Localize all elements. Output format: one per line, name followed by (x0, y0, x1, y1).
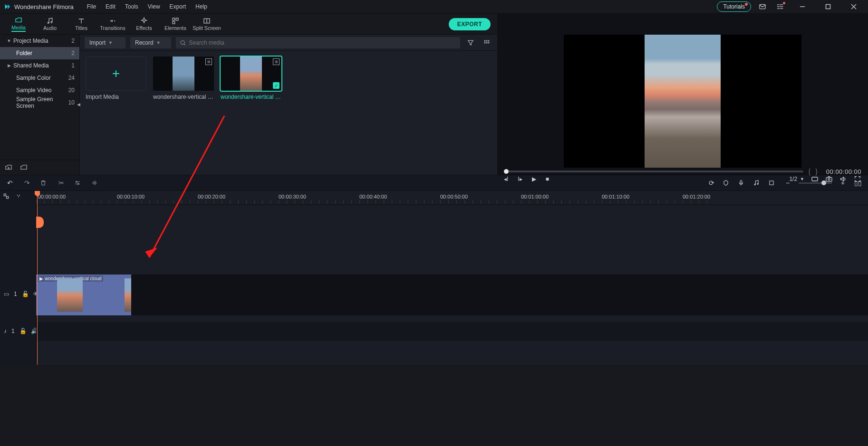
sidebar-item-folder[interactable]: Folder 2 (0, 47, 79, 59)
sidebar-item-project-media[interactable]: ▼ Project Media 2 (0, 35, 79, 47)
zoom-fit-button[interactable]: ▯▯ (854, 179, 862, 187)
stop-button[interactable]: ■ (546, 176, 549, 182)
play-button[interactable]: ▶ (532, 176, 536, 182)
tab-media[interactable]: Media (3, 14, 34, 35)
menu-edit[interactable]: Edit (101, 1, 120, 12)
adjust-button[interactable] (74, 180, 83, 186)
video-track[interactable]: ▶ wondershare-vertical cloud (36, 275, 868, 315)
voiceover-icon[interactable] (738, 180, 746, 186)
media-thumb-2[interactable]: ⊞ ✓ (221, 57, 281, 91)
tab-elements[interactable]: Elements (160, 14, 191, 35)
search-input[interactable] (189, 39, 456, 46)
zoom-out-button[interactable]: − (783, 179, 792, 187)
media-card-import[interactable]: + Import Media (86, 57, 146, 100)
tick: 00:00:20:00 (198, 194, 225, 199)
import-dropdown[interactable]: Import ▼ (85, 37, 125, 48)
timeline: ▭ 1 🔓 👁 ♪ 1 🔓 🔊 00:00:00:00 00:00:10:00 … (0, 191, 868, 365)
svg-rect-13 (173, 18, 175, 20)
undo-button[interactable]: ↶ (6, 179, 14, 187)
add-to-timeline-icon[interactable]: ⊞ (205, 58, 212, 65)
tab-titles[interactable]: Titles (66, 14, 97, 35)
tab-effects-label: Effects (136, 25, 152, 31)
tick: 00:01:00:00 (521, 194, 549, 199)
marker-icon[interactable] (723, 180, 731, 186)
split-button[interactable]: ✂ (57, 179, 66, 187)
sidebar-item-shared-media[interactable]: ▶ Shared Media 1 (0, 59, 79, 72)
preview-viewport[interactable] (564, 35, 801, 168)
search-input-wrap[interactable] (176, 37, 460, 48)
window-minimize-button[interactable] (792, 0, 813, 14)
play-pause-button[interactable]: I▸ (518, 176, 522, 182)
media-card-2[interactable]: ⊞ ✓ wondershare-vertical clo... (221, 57, 281, 100)
svg-rect-23 (486, 40, 488, 41)
audio-mixer-icon[interactable] (753, 180, 762, 186)
media-sidebar: ▼ Project Media 2 Folder 2 ▶ Shared Medi… (0, 35, 80, 175)
lock-icon[interactable]: 🔓 (22, 291, 29, 297)
record-dropdown[interactable]: Record ▼ (130, 37, 171, 48)
tab-audio[interactable]: Audio (34, 14, 66, 35)
add-to-timeline-icon[interactable]: ⊞ (273, 58, 280, 65)
media-card-1[interactable]: ⊞ wondershare-vertical pla... (153, 57, 214, 100)
preview-header-spacer (497, 14, 868, 35)
svg-rect-43 (4, 194, 6, 196)
svg-point-12 (51, 21, 52, 23)
preview-scrubber[interactable] (504, 171, 803, 172)
sidebar-item-sample-color[interactable]: Sample Color 24 (0, 72, 79, 84)
sidebar-item-sample-video[interactable]: Sample Video 20 (0, 84, 79, 96)
grid-view-icon[interactable] (481, 37, 492, 48)
filter-icon[interactable] (465, 37, 476, 48)
window-maximize-button[interactable] (818, 0, 839, 14)
export-button[interactable]: EXPORT (449, 18, 491, 30)
svg-point-4 (778, 4, 778, 5)
menu-file[interactable]: File (82, 1, 101, 12)
tasklist-icon[interactable] (774, 0, 787, 13)
app-logo-icon (4, 3, 11, 10)
delete-button[interactable] (40, 180, 48, 186)
menu-view[interactable]: View (143, 1, 165, 12)
zoom-handle[interactable] (821, 180, 826, 185)
crop-icon[interactable] (768, 180, 777, 186)
tab-effects[interactable]: Effects (128, 14, 160, 35)
audio-track-header[interactable]: ♪ 1 🔓 🔊 (0, 328, 36, 334)
timeline-ruler[interactable]: 00:00:00:00 00:00:10:00 00:00:20:00 00:0… (36, 191, 868, 205)
tick: 00:00:00:00 (38, 194, 66, 199)
lock-icon[interactable]: 🔓 (19, 328, 26, 334)
titlebar: Wondershare Filmora File Edit Tools View… (0, 0, 868, 14)
sidebar-count: 1 (71, 62, 75, 69)
media-thumb-1[interactable]: ⊞ (153, 57, 214, 91)
new-folder-icon[interactable] (5, 164, 12, 171)
timeline-clip[interactable]: ▶ wondershare-vertical cloud (36, 275, 131, 315)
message-icon[interactable] (756, 0, 769, 13)
redo-button[interactable]: ↷ (23, 179, 31, 187)
scrub-handle[interactable] (504, 169, 509, 174)
timeline-link-icon[interactable] (3, 193, 10, 199)
svg-point-20 (181, 40, 184, 44)
import-media-thumb[interactable]: + (86, 57, 146, 91)
tab-audio-label: Audio (43, 25, 57, 31)
playhead[interactable] (37, 191, 38, 365)
step-back-button[interactable]: ◂I (504, 176, 508, 182)
svg-rect-22 (484, 40, 486, 41)
window-close-button[interactable] (843, 0, 864, 14)
svg-rect-15 (173, 21, 175, 24)
tab-transitions[interactable]: Transitions (97, 14, 128, 35)
mark-in-icon[interactable]: { (808, 168, 810, 175)
audio-track[interactable] (36, 322, 868, 341)
zoom-slider[interactable] (799, 182, 832, 184)
render-icon[interactable]: ⟳ (707, 179, 716, 187)
tab-elements-label: Elements (164, 25, 186, 31)
audio-edit-button[interactable] (91, 180, 100, 186)
menu-help[interactable]: Help (191, 1, 212, 12)
menu-export[interactable]: Export (165, 1, 191, 12)
tutorials-button[interactable]: Tutorials (717, 1, 751, 12)
menu-tools[interactable]: Tools (120, 1, 143, 12)
sidebar-item-sample-green[interactable]: Sample Green Screen 10 (0, 96, 79, 109)
zoom-in-button[interactable]: + (839, 179, 847, 187)
folder-icon[interactable] (20, 164, 28, 171)
sidebar-count: 24 (68, 75, 75, 81)
tab-split-screen[interactable]: Split Screen (191, 14, 222, 35)
sidebar-collapse-icon[interactable]: ◀ (77, 102, 82, 110)
video-track-header[interactable]: ▭ 1 🔓 👁 (0, 291, 36, 297)
timeline-magnet-icon[interactable] (15, 193, 22, 199)
mark-out-icon[interactable]: } (815, 168, 818, 175)
